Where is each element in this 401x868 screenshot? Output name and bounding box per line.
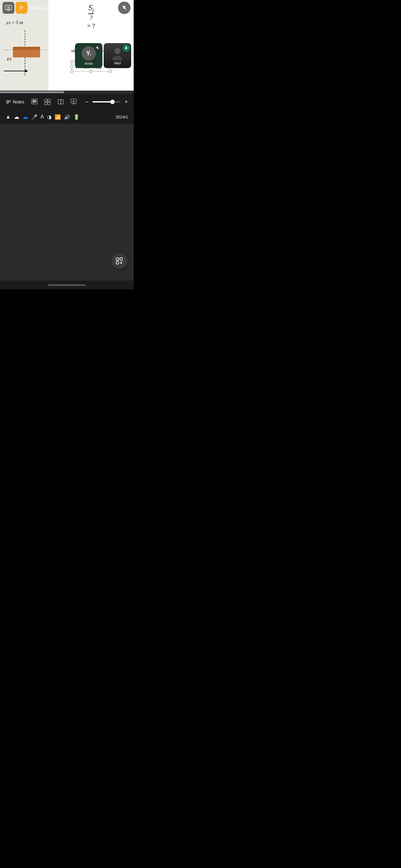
global-mute-btn[interactable] (118, 2, 131, 14)
handle-br[interactable] (109, 70, 112, 73)
svg-rect-32 (48, 102, 50, 105)
home-indicator (0, 281, 134, 289)
svg-rect-27 (32, 100, 36, 102)
anda-name: Anda (85, 62, 93, 65)
svg-rect-39 (120, 258, 123, 260)
up-chevron-icon[interactable]: ▲ (6, 114, 11, 120)
svg-text:z₂: z₂ (6, 55, 11, 62)
notes-icon (6, 99, 11, 105)
mic-sys-icon: 🎤 (31, 114, 37, 120)
svg-rect-38 (116, 258, 119, 260)
svg-point-21 (114, 48, 121, 54)
video-tile-anda[interactable]: Y. Anda (75, 43, 102, 68)
zoom-slider[interactable] (93, 101, 121, 102)
notes-btn[interactable]: Notes (3, 97, 27, 106)
scrollbar-thumb (0, 91, 64, 93)
equals-question: = ? (87, 23, 95, 30)
bottom-area: Notes (0, 94, 134, 281)
alief-mic-icon (123, 45, 130, 52)
svg-marker-37 (73, 100, 75, 102)
presenter-label: cenna Luthfie sedang melakukan present..… (28, 6, 118, 10)
zoom-out-btn[interactable]: − (82, 97, 91, 106)
presentation-area: y₂ = 5 m z₂ (0, 0, 134, 91)
zoom-in-btn[interactable]: + (122, 97, 131, 106)
zoom-slider-fill (93, 101, 111, 102)
svg-rect-30 (48, 99, 50, 101)
math-background: y₂ = 5 m z₂ (0, 0, 134, 91)
volume-icon: 🔊 (64, 114, 70, 120)
screen-share-icon-btn[interactable] (2, 2, 14, 14)
video-tiles: Y. Anda (75, 43, 131, 68)
system-date: 2024/1 (115, 115, 128, 119)
plus-grid-icon (115, 257, 123, 265)
anda-mic-icon (94, 45, 101, 52)
moon-icon: ◑ (47, 114, 52, 120)
zoom-slider-thumb[interactable] (110, 100, 114, 104)
battery-icon: 🔋 (73, 114, 80, 120)
system-bar: ▲ ☁ ☁ 🎤 A ◑ 📶 🔊 🔋 2024/1 (0, 110, 134, 124)
notes-label: Notes (13, 99, 24, 104)
handle-bm[interactable] (89, 70, 93, 73)
grid-btn[interactable] (42, 96, 53, 107)
book-btn[interactable] (55, 96, 66, 107)
fab-button[interactable] (111, 253, 127, 269)
zoom-controls: − + (82, 97, 131, 106)
cloud-outline-icon: ☁ (14, 114, 20, 120)
video-tile-alief[interactable]: Alief (104, 43, 131, 68)
svg-rect-7 (13, 47, 40, 50)
svg-text:y₂ = 5 m: y₂ = 5 m (6, 20, 23, 25)
home-bar (48, 284, 86, 286)
annotation-icon-btn[interactable] (15, 2, 28, 14)
top-bar-overlay: cenna Luthfie sedang melakukan present..… (0, 0, 134, 16)
scrollbar[interactable] (0, 91, 134, 94)
alief-avatar (110, 46, 124, 60)
screen: y₂ = 5 m z₂ (0, 0, 134, 289)
wifi-icon: 📶 (55, 114, 61, 120)
svg-rect-40 (116, 261, 119, 264)
present-btn[interactable] (68, 96, 79, 107)
slides-btn[interactable] (29, 96, 40, 107)
alief-name: Alief (114, 61, 121, 65)
top-icons (2, 2, 28, 14)
cloud-filled-icon: ☁ (23, 114, 28, 120)
font-icon: A (41, 114, 44, 120)
handle-tl[interactable] (70, 60, 73, 63)
handle-bl[interactable] (70, 70, 73, 73)
svg-rect-29 (45, 99, 47, 101)
svg-point-22 (112, 56, 123, 60)
svg-rect-31 (45, 102, 47, 105)
notes-toolbar: Notes (0, 94, 134, 110)
handle-ml[interactable] (70, 65, 73, 68)
